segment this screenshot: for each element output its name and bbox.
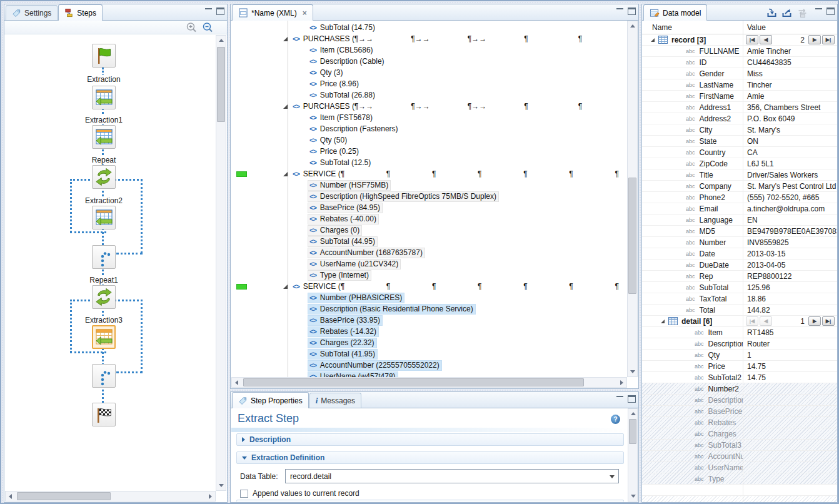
- pending-field-row[interactable]: abcDescription2: [642, 395, 837, 406]
- xml-tree-row[interactable]: <> Charges (22.32): [231, 337, 627, 348]
- pending-field-row[interactable]: abcAccountNumber: [642, 451, 837, 462]
- pending-field-row[interactable]: abcSubTotal3: [642, 440, 837, 451]
- field-row[interactable]: abcState ON: [642, 136, 837, 147]
- xml-tree-row[interactable]: <> Qty (3): [231, 67, 627, 78]
- pending-field-row[interactable]: abcType: [642, 473, 837, 485]
- field-row[interactable]: abcTitle Driver/Sales Workers: [642, 169, 837, 181]
- field-row[interactable]: abcSubTotal2 14.75: [642, 372, 837, 383]
- scroll-up-arrow[interactable]: [219, 39, 224, 42]
- field-row[interactable]: abcFirstName Amie: [642, 91, 837, 102]
- xml-tree-row[interactable]: <> Charges (0): [231, 224, 627, 236]
- maximize-icon[interactable]: [628, 395, 636, 403]
- last-record-button[interactable]: ▶|: [822, 35, 835, 44]
- xml-tree-row[interactable]: <> AccountNumber (1687635787): [231, 247, 627, 258]
- column-value-header[interactable]: Value: [743, 23, 837, 32]
- step-goto[interactable]: [92, 364, 116, 388]
- field-row[interactable]: abcAddress2 P.O. Box 6049: [642, 113, 837, 124]
- pending-field-row[interactable]: abcNumber2: [642, 383, 837, 395]
- section-extraction-definition[interactable]: Extraction Definition: [236, 451, 624, 464]
- field-row[interactable]: abcQty 1: [642, 350, 837, 361]
- first-detail-button[interactable]: |◀: [746, 316, 758, 326]
- field-row[interactable]: abcTaxTotal 18.86: [642, 293, 837, 305]
- field-row[interactable]: abcSubTotal 125.96: [642, 282, 837, 293]
- tab-data-model[interactable]: Data model: [643, 4, 707, 21]
- xml-tree-row[interactable]: <> Rebates (-40.00): [231, 213, 627, 224]
- last-detail-button[interactable]: ▶|: [822, 316, 835, 326]
- tab-xml-file[interactable]: *Name (XML) ×: [232, 4, 313, 21]
- xml-tree-row[interactable]: <> Price (8.96): [231, 78, 627, 89]
- xml-tree-row[interactable]: <> SERVICE (¶ ¶ ¶ ¶ ¶ ¶ ¶: [231, 281, 627, 292]
- field-row[interactable]: abcLastName Tincher: [642, 79, 837, 91]
- xml-tree-row[interactable]: <> Description (Fasteners): [231, 123, 627, 134]
- scroll-thumb[interactable]: [217, 47, 225, 122]
- export-data-icon[interactable]: [781, 8, 792, 18]
- xml-tree-row[interactable]: <> AccountNumber (22555705552022): [231, 360, 627, 371]
- close-icon[interactable]: ×: [303, 9, 307, 18]
- field-row[interactable]: abcEmail a.tincher@oldrupa.com: [642, 203, 837, 214]
- field-row[interactable]: abcDescription Router: [642, 338, 837, 350]
- minimize-icon[interactable]: [616, 395, 624, 403]
- scroll-up-arrow[interactable]: [631, 412, 636, 415]
- field-row[interactable]: abcPrice 14.75: [642, 361, 837, 372]
- xml-tree-row[interactable]: <> SubTotal (26.88): [231, 89, 627, 101]
- scroll-down-arrow[interactable]: [219, 484, 224, 487]
- xml-tree-row[interactable]: <> BasePrice (84.95): [231, 202, 627, 213]
- step-label[interactable]: Extraction1: [83, 116, 124, 124]
- xml-tree-row[interactable]: <> Qty (50): [231, 134, 627, 146]
- xml-tree-row[interactable]: <> SubTotal (41.95): [231, 348, 627, 360]
- minimize-icon[interactable]: [204, 8, 213, 15]
- tab-steps[interactable]: Steps: [58, 4, 103, 21]
- zoom-in-icon[interactable]: [186, 22, 197, 33]
- scroll-right-arrow[interactable]: [209, 494, 212, 499]
- field-row[interactable]: abcCity St. Mary's: [642, 124, 837, 136]
- scroll-left-arrow[interactable]: [9, 494, 12, 499]
- field-row[interactable]: abcCompany St. Mary's Pest Control Ltd: [642, 181, 837, 192]
- scroll-down-arrow[interactable]: [631, 495, 636, 498]
- field-row[interactable]: abcCountry CA: [642, 147, 837, 158]
- maximize-icon[interactable]: [628, 8, 636, 15]
- scroll-thumb[interactable]: [629, 419, 636, 444]
- scroll-thumb[interactable]: [243, 378, 584, 386]
- field-row[interactable]: abcDueDate 2013-04-05: [642, 260, 837, 271]
- step-extraction3-selected[interactable]: [92, 325, 116, 349]
- minimize-icon[interactable]: [815, 8, 823, 15]
- xml-tree-row[interactable]: <> Item (CBL5686): [231, 44, 627, 56]
- import-data-icon[interactable]: [766, 8, 777, 18]
- field-row[interactable]: abcID CU44643835: [642, 57, 837, 68]
- xml-tree-row[interactable]: <> BasePrice (33.95): [231, 315, 627, 326]
- previous-record-button[interactable]: ◀: [760, 35, 772, 44]
- xml-tree-row[interactable]: <> UserName (u21CV342): [231, 258, 627, 270]
- expand-arrow-icon[interactable]: [651, 38, 655, 42]
- append-values-checkbox[interactable]: [240, 490, 248, 498]
- step-extraction2[interactable]: [92, 206, 116, 229]
- pending-field-row[interactable]: abcCharges: [642, 428, 837, 440]
- xml-tree-row[interactable]: <> Description (Basic Residential Phone …: [231, 303, 627, 315]
- next-record-button[interactable]: ▶: [808, 35, 821, 44]
- field-row[interactable]: abcItem RT1485: [642, 327, 837, 338]
- scroll-up-arrow[interactable]: [630, 24, 635, 28]
- pending-field-row[interactable]: abcBasePrice: [642, 406, 837, 417]
- field-row[interactable]: abcTotal 144.82: [642, 305, 837, 316]
- field-row[interactable]: abcFULLNAME Amie Tincher: [642, 46, 837, 57]
- field-row[interactable]: abcRep REP8800122: [642, 271, 837, 282]
- scroll-right-arrow[interactable]: [620, 380, 623, 385]
- field-row[interactable]: abcNumber INV8559825: [642, 237, 837, 248]
- sync-model-icon[interactable]: [796, 8, 808, 18]
- step-goto[interactable]: [92, 245, 116, 269]
- xml-tree-row[interactable]: <> PURCHASES (¶→→ ¶→→ ¶→→ ¶ ¶ ): [231, 101, 627, 112]
- scroll-left-arrow[interactable]: [235, 380, 238, 385]
- next-detail-button[interactable]: ▶: [808, 316, 821, 326]
- xml-tree-row[interactable]: <> Description (Cable): [231, 56, 627, 67]
- column-name-header[interactable]: Name: [642, 21, 743, 34]
- maximize-icon[interactable]: [826, 8, 835, 15]
- xml-tree-row[interactable]: <> Rebates (-14.32): [231, 326, 627, 337]
- maximize-icon[interactable]: [216, 8, 224, 15]
- tab-step-properties[interactable]: Step Properties: [232, 392, 309, 408]
- scroll-down-arrow[interactable]: [630, 370, 635, 373]
- field-row[interactable]: abcGender Miss: [642, 68, 837, 79]
- xml-tree-row[interactable]: <> SubTotal (14.75): [231, 22, 627, 33]
- field-row[interactable]: abcZipCode L6J 5L1: [642, 158, 837, 169]
- xml-tree-row[interactable]: <> Number (PHBASICRES): [231, 292, 627, 303]
- xml-tree-row[interactable]: <> Type (Internet): [231, 270, 627, 281]
- step-label[interactable]: Extraction2: [83, 196, 124, 205]
